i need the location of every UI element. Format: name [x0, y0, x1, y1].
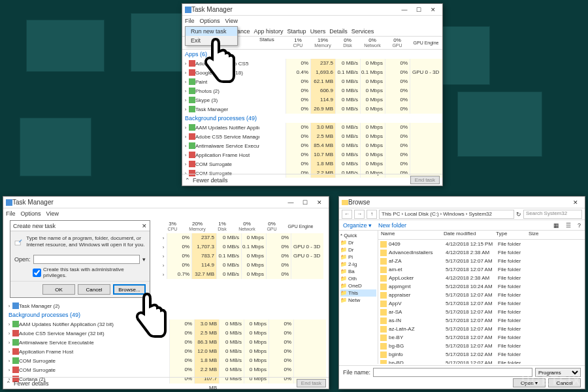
process-row[interactable]: ›Adobe Photoshop CS50%237.5 MB0 MB/s0 Mb…: [182, 59, 442, 68]
sidebar-item[interactable]: 📁2-lg: [340, 261, 376, 268]
titlebar[interactable]: Browse ✕: [339, 197, 585, 208]
maximize-button[interactable]: ☐: [412, 5, 425, 14]
col-name[interactable]: Name: [378, 231, 444, 239]
menu-file[interactable]: File: [185, 18, 195, 24]
fewer-details[interactable]: Fewer details: [193, 177, 228, 184]
browse-button[interactable]: Browse...: [113, 284, 146, 295]
col-disk[interactable]: 0%Disk: [335, 37, 360, 49]
help-icon[interactable]: ?: [578, 222, 581, 229]
cancel-button[interactable]: Cancel: [78, 284, 110, 295]
search-input[interactable]: Search System32: [523, 210, 582, 219]
col-type[interactable]: Type: [496, 231, 529, 239]
sidebar-item[interactable]: 📁Ba: [340, 268, 376, 275]
end-task-button[interactable]: End task: [297, 379, 326, 387]
sidebar-item[interactable]: 📁Netw: [340, 297, 376, 304]
file-row[interactable]: az-Latn-AZ5/17/2018 12:07 AMFile folder: [378, 325, 585, 333]
file-row[interactable]: am-et5/17/2018 12:07 AMFile folder: [378, 265, 585, 274]
file-row[interactable]: 04094/12/2018 12:15 PMFile folder: [378, 240, 585, 248]
process-row[interactable]: ›Application Frame Host0%12.0 MB0 MB/s0 …: [6, 347, 326, 356]
menu-view[interactable]: View: [225, 18, 238, 24]
file-row[interactable]: ar-SA5/17/2018 12:07 AMFile folder: [378, 308, 585, 316]
col-memory[interactable]: 19%Memory: [310, 37, 335, 49]
process-row[interactable]: ›0.7%32.7 MB0 MB/s0 Mbps0%: [160, 270, 326, 279]
back-button[interactable]: ←: [342, 210, 352, 219]
admin-checkbox[interactable]: [33, 269, 41, 277]
sidebar-item[interactable]: 📁Dr: [340, 246, 376, 253]
breadcrumb[interactable]: This PC›Local Disk (C:)›Windows›System32: [379, 210, 514, 219]
sidebar-item[interactable]: 📁Dr: [340, 239, 376, 246]
minimize-button[interactable]: —: [284, 198, 297, 207]
col-gpu[interactable]: 0%GPU: [385, 37, 410, 49]
filename-input[interactable]: [373, 368, 532, 377]
view-list-button[interactable]: ☰: [566, 222, 571, 229]
chevron-down-icon[interactable]: ▾: [142, 256, 146, 263]
process-row[interactable]: ›Application Frame Host0%10.7 MB0 MB/s0 …: [182, 150, 442, 159]
minimize-button[interactable]: —: [398, 5, 411, 14]
process-row[interactable]: ›0%237.5 MB0 MB/s0 Mbps0%: [160, 233, 326, 242]
process-row[interactable]: ›AAM Updates Notifier Application (32 bi…: [6, 319, 326, 329]
tab-startup[interactable]: Startup: [287, 28, 306, 35]
process-row[interactable]: ›COM Surrogate0%1.8 MB0 MB/s0 Mbps0%: [6, 356, 326, 365]
file-row[interactable]: appmgmt5/12/2018 10:24 AMFile folder: [378, 282, 585, 291]
maximize-button[interactable]: ☐: [299, 198, 312, 207]
tab-services[interactable]: Services: [351, 28, 374, 35]
sidebar-item[interactable]: 📁This: [340, 289, 376, 297]
file-row[interactable]: af-ZA5/17/2018 12:07 AMFile folder: [378, 257, 585, 265]
process-row[interactable]: ›Adobe CS5 Service Manager (32 bit)0%2.5…: [6, 329, 326, 338]
process-row[interactable]: ›COM Surrogate0%1.8 MB0 MB/s0 Mbps0%: [182, 159, 442, 169]
crumb-segment[interactable]: This PC: [382, 211, 400, 217]
file-row[interactable]: AppLocker4/12/2018 2:38 AMFile folder: [378, 274, 585, 282]
process-row[interactable]: ›Google Chrome (18)0.4%1,693.6 MB0.1 MB/…: [182, 68, 442, 77]
col-gpu-engine[interactable]: GPU Engine: [284, 220, 317, 233]
col-cpu[interactable]: 3%CPU: [160, 220, 185, 233]
file-row[interactable]: AdvancedInstallers4/12/2018 2:38 AMFile …: [378, 248, 585, 257]
col-network[interactable]: 0%Network: [360, 37, 385, 49]
file-row[interactable]: appraiser5/17/2018 12:07 AMFile folder: [378, 291, 585, 299]
sidebar-item[interactable]: *Quick: [340, 232, 376, 239]
file-row[interactable]: bn-BD5/17/2018 12:07 AMFile folder: [378, 359, 585, 364]
sidebar-item[interactable]: 📁Oth: [340, 275, 376, 282]
up-button[interactable]: ↑: [367, 210, 377, 219]
process-row[interactable]: ›Adobe CS5 Service Manager (32 bit)0%2.5…: [182, 132, 442, 141]
file-row[interactable]: be-BY5/17/2018 12:07 AMFile folder: [378, 333, 585, 342]
menu-view[interactable]: View: [46, 210, 59, 217]
organize-menu[interactable]: Organize ▾: [343, 222, 372, 229]
chevron-up-icon[interactable]: ⌃: [6, 380, 11, 387]
col-network[interactable]: 0%Network: [235, 220, 259, 233]
process-row[interactable]: ›COM Surrogate0%2.2 MB0 MB/s0 Mbps0%: [6, 365, 326, 374]
close-icon[interactable]: ✕: [142, 223, 147, 229]
process-row[interactable]: ›Task Manager0%26.9 MB0 MB/s0 Mbps0%: [182, 105, 442, 114]
process-row[interactable]: ›0%1,707.3 MB0 MB/s0.1 Mbps0%GPU 0 - 3D: [160, 242, 326, 252]
tab-users[interactable]: Users: [310, 28, 326, 35]
sidebar-item[interactable]: 📁OneD: [340, 282, 376, 289]
col-status[interactable]: Status: [259, 37, 286, 49]
col-gpu[interactable]: 0%GPU: [259, 220, 284, 233]
chevron-up-icon[interactable]: ⌃: [185, 177, 190, 184]
col-gpu-engine[interactable]: GPU Engine: [410, 37, 442, 49]
col-cpu[interactable]: 1%CPU: [286, 37, 310, 49]
process-row[interactable]: ›Antimalware Service Executable0%85.4 MB…: [182, 141, 442, 150]
close-button[interactable]: ✕: [569, 198, 582, 207]
crumb-segment[interactable]: System32: [468, 211, 492, 217]
menu-exit[interactable]: Exit: [186, 36, 237, 45]
fewer-details[interactable]: Fewer details: [14, 380, 49, 387]
view-icons-button[interactable]: ▦: [553, 222, 559, 229]
new-folder-button[interactable]: New folder: [378, 222, 406, 229]
titlebar[interactable]: Task Manager — ☐ ✕: [182, 4, 442, 16]
crumb-segment[interactable]: Local Disk (C:): [404, 211, 438, 217]
sidebar-item[interactable]: 📁Pi: [340, 253, 376, 261]
file-row[interactable]: AppV5/17/2018 12:07 AMFile folder: [378, 299, 585, 308]
process-row[interactable]: ›Skype (3)0%114.9 MB0 MB/s0 Mbps0%: [182, 95, 442, 105]
file-row[interactable]: bg-BG5/17/2018 12:07 AMFile folder: [378, 342, 585, 350]
tab-app-history[interactable]: App history: [254, 28, 284, 35]
process-row[interactable]: ›0%783.7 MB0.1 MB/s0 Mbps0%GPU 0 - 3D: [160, 252, 326, 261]
end-task-button[interactable]: End task: [410, 176, 440, 184]
col-size[interactable]: Size: [529, 231, 548, 239]
menu-options[interactable]: Options: [200, 18, 220, 24]
tab-details[interactable]: Details: [329, 28, 348, 35]
bg-group[interactable]: Background processes (49): [6, 310, 326, 319]
col-date[interactable]: Date modified: [444, 231, 496, 239]
menu-file[interactable]: File: [6, 210, 16, 217]
process-row[interactable]: ›AAM Updates Notifier Application (32 bi…: [182, 123, 442, 132]
ok-button[interactable]: OK: [42, 284, 75, 295]
